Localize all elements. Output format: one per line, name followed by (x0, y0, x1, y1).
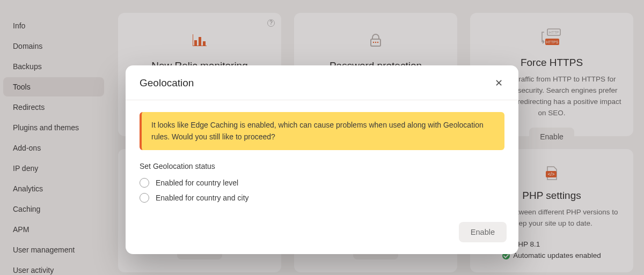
radio-label: Enabled for country and city (156, 194, 249, 202)
geolocation-modal: Geolocation ✕ It looks like Edge Caching… (126, 65, 518, 254)
section-label: Set Geolocation status (140, 162, 504, 170)
warning-banner: It looks like Edge Caching is enabled, w… (140, 112, 504, 150)
radio-icon (140, 193, 149, 203)
radio-icon (140, 178, 149, 188)
radio-option-country-city[interactable]: Enabled for country and city (140, 193, 504, 203)
radio-label: Enabled for country level (156, 179, 238, 187)
modal-title: Geolocation (140, 77, 194, 89)
close-icon[interactable]: ✕ (493, 77, 504, 89)
radio-option-country[interactable]: Enabled for country level (140, 178, 504, 188)
enable-button[interactable]: Enable (459, 222, 507, 242)
